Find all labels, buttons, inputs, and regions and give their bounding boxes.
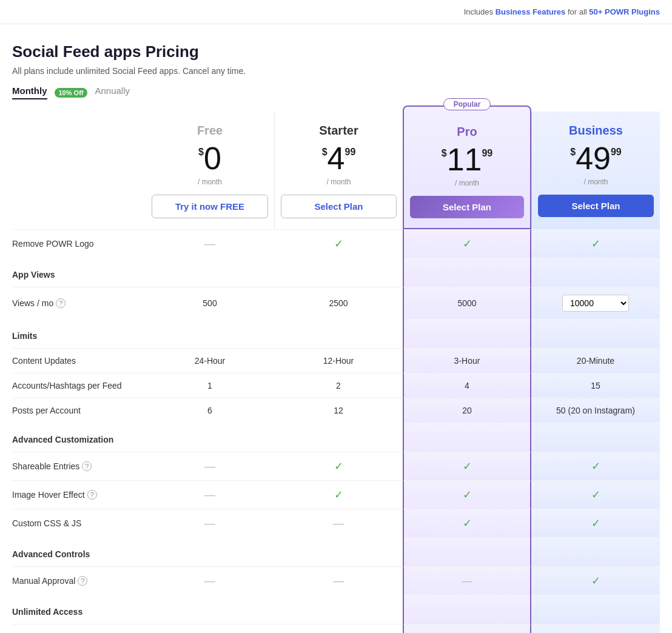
price-row-business: $ 49 99 — [570, 142, 622, 174]
feature-bizupgrade-free: — — [146, 624, 274, 633]
price-dollar-pro: $ — [442, 149, 447, 158]
plan-name-business: Business — [569, 124, 623, 138]
feature-remove-logo-label: Remove POWR Logo — [12, 229, 146, 258]
section-advctrl-starter-empty — [274, 537, 403, 566]
section-app-views-free-empty — [146, 258, 274, 287]
feature-bizupgrade-pro: — — [403, 624, 531, 633]
feature-shareable-starter: ✓ — [274, 452, 403, 480]
dash-icon: — — [204, 489, 215, 501]
tab-monthly[interactable]: Monthly — [12, 85, 47, 99]
col-header-free: Free $ 0 / month Try it now FREE — [146, 112, 274, 229]
btn-starter[interactable]: Select Plan — [281, 195, 397, 218]
section-advanced-custom: Advanced Customization — [12, 423, 146, 452]
feature-accounts-business: 15 — [531, 373, 660, 398]
price-main-starter: 4 — [328, 142, 345, 174]
manual-label-text: Manual Approval — [12, 576, 75, 586]
section-advcustom-business-empty — [531, 423, 660, 452]
section-unlimited-pro-empty — [403, 595, 531, 624]
price-main-pro: 11 — [447, 144, 482, 175]
shareable-label-text: Shareable Entries — [12, 461, 79, 471]
feature-hover-pro: ✓ — [403, 480, 531, 509]
views-help-icon[interactable]: ? — [56, 298, 66, 308]
topbar-powr-link[interactable]: 50+ POWR Plugins — [589, 7, 660, 16]
page-title: Social Feed apps Pricing — [12, 42, 660, 61]
feature-hover-free: — — [146, 480, 274, 509]
col-header-business: Business $ 49 99 / month Select Plan — [531, 112, 660, 229]
check-icon: ✓ — [334, 488, 343, 501]
btn-free[interactable]: Try it now FREE — [152, 195, 268, 218]
plan-name-pro: Pro — [457, 125, 477, 139]
feature-content-updates-free: 24-Hour — [146, 348, 274, 373]
check-icon: ✓ — [334, 237, 343, 250]
feature-posts-business: 50 (20 on Instagram) — [531, 398, 660, 423]
views-label-text: Views / mo — [12, 298, 53, 308]
feature-accounts-free: 1 — [146, 373, 274, 398]
section-limits-free-empty — [146, 319, 274, 348]
price-cents-business: 99 — [611, 147, 622, 157]
check-icon: ✓ — [463, 517, 472, 530]
topbar-middle: for all — [568, 7, 589, 16]
section-advcustom-pro-empty — [403, 423, 531, 452]
feature-shareable-label: Shareable Entries ? — [12, 452, 146, 480]
feature-css-starter: — — [274, 509, 403, 537]
dash-icon: — — [333, 517, 344, 530]
check-icon: ✓ — [591, 517, 600, 530]
feature-css-pro: ✓ — [403, 509, 531, 537]
feature-accounts-starter: 2 — [274, 373, 403, 398]
section-limits-starter-empty — [274, 319, 403, 348]
feature-views-business: 10000 25000 50000 100000 — [531, 287, 660, 319]
check-icon: ✓ — [591, 237, 600, 250]
feature-content-updates-pro: 3-Hour — [403, 348, 531, 373]
price-period-pro: / month — [455, 179, 479, 187]
btn-pro[interactable]: Select Plan — [410, 196, 524, 218]
dash-icon: — — [204, 460, 215, 473]
feature-hover-business: ✓ — [531, 480, 660, 509]
price-row-free: $ 0 — [198, 142, 221, 174]
header-label-empty — [12, 112, 146, 229]
manual-help-icon[interactable]: ? — [78, 576, 87, 586]
dash-icon: — — [333, 575, 344, 588]
feature-accounts-label: Accounts/Hashtags per Feed — [12, 373, 146, 398]
feature-bizupgrade-business: ✓ — [531, 624, 660, 633]
views-dropdown[interactable]: 10000 25000 50000 100000 — [562, 295, 629, 312]
feature-css-label: Custom CSS & JS — [12, 509, 146, 537]
feature-css-free: — — [146, 509, 274, 537]
check-icon: ✓ — [591, 488, 600, 501]
plan-name-free: Free — [197, 124, 223, 138]
check-icon: ✓ — [463, 488, 472, 501]
topbar-business-link[interactable]: Business Features — [496, 7, 566, 16]
section-advanced-controls: Advanced Controls — [12, 537, 146, 566]
section-limits: Limits — [12, 319, 146, 348]
price-main-business: 49 — [576, 142, 611, 174]
price-period-free: / month — [198, 178, 222, 186]
topbar-text: Includes — [464, 7, 496, 16]
section-app-views-business-empty — [531, 258, 660, 287]
check-icon: ✓ — [591, 460, 600, 473]
section-limits-business-empty — [531, 319, 660, 348]
feature-hover-label: Image Hover Effect ? — [12, 480, 146, 509]
section-advctrl-pro-empty — [403, 537, 531, 566]
feature-content-updates-business: 20-Minute — [531, 348, 660, 373]
feature-views-starter: 2500 — [274, 287, 403, 319]
check-icon: ✓ — [463, 237, 472, 250]
btn-business[interactable]: Select Plan — [538, 195, 654, 217]
section-unlimited: Unlimited Access — [12, 595, 146, 624]
hover-label-text: Image Hover Effect — [12, 490, 85, 500]
shareable-help-icon[interactable]: ? — [82, 461, 92, 471]
feature-posts-label: Posts per Account — [12, 398, 146, 423]
price-row-starter: $ 4 99 — [322, 142, 356, 174]
hover-help-icon[interactable]: ? — [87, 490, 97, 500]
tab-annually[interactable]: Annually — [95, 85, 130, 99]
billing-toggle: Monthly 10% Off Annually — [12, 85, 660, 99]
price-main-free: 0 — [204, 142, 221, 174]
col-header-starter: Starter $ 4 99 / month Select Plan — [274, 112, 403, 229]
dash-icon: — — [204, 517, 215, 530]
feature-manual-free: — — [146, 566, 274, 595]
price-dollar-starter: $ — [322, 147, 328, 157]
check-icon: ✓ — [463, 460, 472, 473]
feature-hover-starter: ✓ — [274, 480, 403, 509]
price-cents-starter: 99 — [345, 147, 356, 157]
page-header: Social Feed apps Pricing All plans inclu… — [12, 42, 660, 99]
section-unlimited-starter-empty — [274, 595, 403, 624]
feature-views-label: Views / mo ? — [12, 287, 146, 319]
